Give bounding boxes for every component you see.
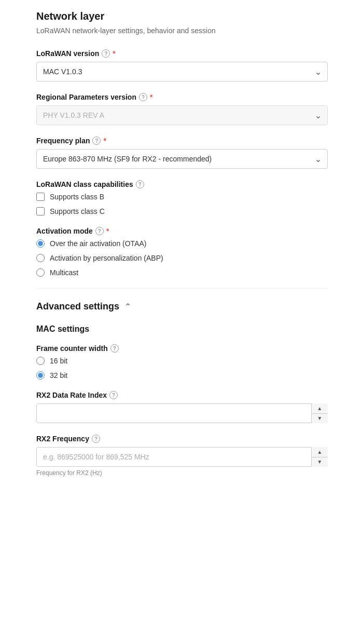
class-capabilities-checkboxes: Supports class B Supports class C xyxy=(36,193,328,215)
lorawan-version-select[interactable]: MAC V1.0.3 MAC V1.1.0 xyxy=(36,62,328,82)
supports-class-c-checkbox[interactable] xyxy=(36,207,45,215)
supports-class-b-item[interactable]: Supports class B xyxy=(36,193,328,201)
rx2-frequency-input[interactable] xyxy=(36,447,328,467)
frame-counter-group: Frame counter width ? 16 bit 32 bit xyxy=(36,344,328,380)
activation-mode-radios: Over the air activation (OTAA) Activatio… xyxy=(36,239,328,277)
advanced-settings-title: Advanced settings xyxy=(36,301,119,312)
rx2-frequency-group: RX2 Frequency ? ▲ ▼ Frequency for RX2 (H… xyxy=(36,435,328,477)
frame-counter-help-icon[interactable]: ? xyxy=(110,344,119,353)
frequency-plan-select[interactable]: Europe 863-870 MHz (SF9 for RX2 - recomm… xyxy=(36,149,328,169)
regional-params-help-icon[interactable]: ? xyxy=(139,93,147,101)
lorawan-version-group: LoRaWAN version ? * MAC V1.0.3 MAC V1.1.… xyxy=(36,49,328,82)
frequency-plan-help-icon[interactable]: ? xyxy=(92,137,101,145)
abp-radio[interactable] xyxy=(36,254,45,262)
lorawan-version-select-wrapper: MAC V1.0.3 MAC V1.1.0 ⌄ xyxy=(36,62,328,82)
rx2-frequency-helper: Frequency for RX2 (Hz) xyxy=(36,469,328,477)
32bit-radio-item[interactable]: 32 bit xyxy=(36,371,328,380)
activation-mode-required: * xyxy=(106,227,109,235)
rx2-frequency-label: RX2 Frequency ? xyxy=(36,435,328,443)
frequency-plan-required: * xyxy=(103,137,106,145)
lorawan-version-required: * xyxy=(113,49,115,58)
regional-params-group: Regional Parameters version ? * PHY V1.0… xyxy=(36,93,328,125)
supports-class-c-label: Supports class C xyxy=(50,207,105,215)
multicast-radio[interactable] xyxy=(36,268,45,277)
rx2-data-rate-increment-button[interactable]: ▲ xyxy=(312,403,328,414)
multicast-radio-item[interactable]: Multicast xyxy=(36,268,328,277)
otaa-label: Over the air activation (OTAA) xyxy=(50,239,146,248)
page-description: LoRaWAN network-layer settings, behavior… xyxy=(36,26,328,35)
regional-params-required: * xyxy=(150,93,152,101)
page-title: Network layer xyxy=(36,10,328,22)
supports-class-c-item[interactable]: Supports class C xyxy=(36,207,328,215)
rx2-frequency-help-icon[interactable]: ? xyxy=(92,435,100,443)
abp-radio-item[interactable]: Activation by personalization (ABP) xyxy=(36,254,328,262)
rx2-data-rate-help-icon[interactable]: ? xyxy=(109,391,118,399)
16bit-label: 16 bit xyxy=(50,357,67,365)
rx2-frequency-wrapper: ▲ ▼ xyxy=(36,447,328,467)
class-capabilities-label: LoRaWAN class capabilities ? xyxy=(36,180,328,188)
class-capabilities-group: LoRaWAN class capabilities ? Supports cl… xyxy=(36,180,328,215)
rx2-frequency-increment-button[interactable]: ▲ xyxy=(312,447,328,457)
rx2-data-rate-input[interactable] xyxy=(36,403,328,423)
rx2-frequency-decrement-button[interactable]: ▼ xyxy=(312,457,328,467)
supports-class-b-label: Supports class B xyxy=(50,193,104,201)
rx2-data-rate-spinners: ▲ ▼ xyxy=(311,403,328,423)
frequency-plan-group: Frequency plan ? * Europe 863-870 MHz (S… xyxy=(36,137,328,169)
activation-mode-help-icon[interactable]: ? xyxy=(95,227,104,235)
regional-params-select-wrapper: PHY V1.0.3 REV A ⌄ xyxy=(36,105,328,125)
regional-params-label: Regional Parameters version ? * xyxy=(36,93,328,101)
16bit-radio-item[interactable]: 16 bit xyxy=(36,357,328,365)
rx2-data-rate-group: RX2 Data Rate Index ? ▲ ▼ xyxy=(36,391,328,423)
otaa-radio-item[interactable]: Over the air activation (OTAA) xyxy=(36,239,328,248)
rx2-data-rate-wrapper: ▲ ▼ xyxy=(36,403,328,423)
activation-mode-label: Activation mode ? * xyxy=(36,227,328,235)
rx2-data-rate-label: RX2 Data Rate Index ? xyxy=(36,391,328,399)
lorawan-version-label: LoRaWAN version ? * xyxy=(36,49,328,58)
32bit-radio[interactable] xyxy=(36,371,45,380)
frequency-plan-label: Frequency plan ? * xyxy=(36,137,328,145)
regional-params-select[interactable]: PHY V1.0.3 REV A xyxy=(36,105,328,125)
advanced-settings-chevron-up-icon: ⌃ xyxy=(124,302,131,312)
frame-counter-label: Frame counter width ? xyxy=(36,344,328,353)
frame-counter-radios: 16 bit 32 bit xyxy=(36,357,328,380)
rx2-frequency-spinners: ▲ ▼ xyxy=(311,447,328,467)
abp-label: Activation by personalization (ABP) xyxy=(50,254,163,262)
advanced-settings-header[interactable]: Advanced settings ⌃ xyxy=(36,301,328,312)
divider xyxy=(36,288,328,289)
activation-mode-group: Activation mode ? * Over the air activat… xyxy=(36,227,328,277)
16bit-radio[interactable] xyxy=(36,357,45,365)
mac-settings-title: MAC settings xyxy=(36,324,328,334)
rx2-data-rate-decrement-button[interactable]: ▼ xyxy=(312,414,328,424)
mac-settings-section: MAC settings Frame counter width ? 16 bi… xyxy=(36,324,328,477)
supports-class-b-checkbox[interactable] xyxy=(36,193,45,201)
32bit-label: 32 bit xyxy=(50,371,67,380)
multicast-label: Multicast xyxy=(50,268,78,277)
frequency-plan-select-wrapper: Europe 863-870 MHz (SF9 for RX2 - recomm… xyxy=(36,149,328,169)
lorawan-version-help-icon[interactable]: ? xyxy=(102,49,110,58)
class-capabilities-help-icon[interactable]: ? xyxy=(136,180,144,188)
otaa-radio[interactable] xyxy=(36,239,45,248)
